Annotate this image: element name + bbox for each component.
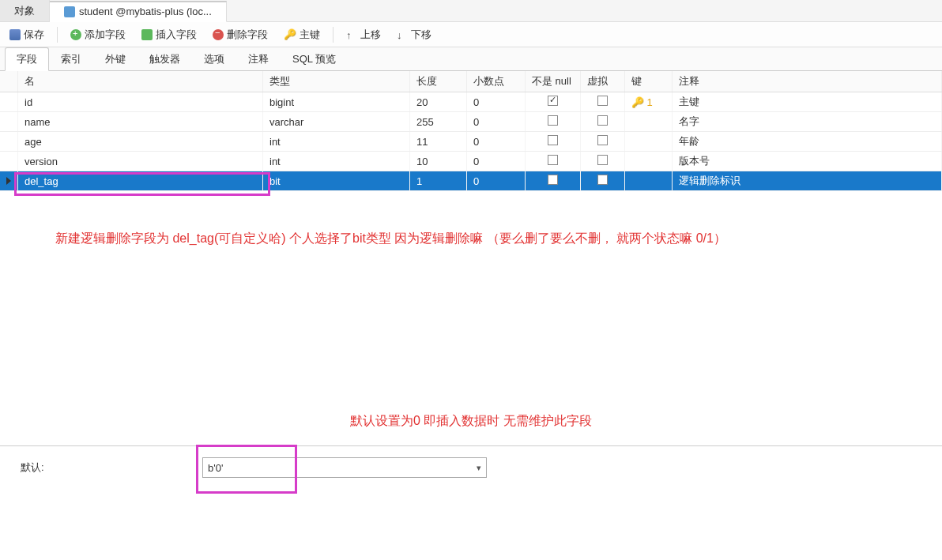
default-value-combobox[interactable]: b'0' ▾ <box>202 457 487 478</box>
delete-icon <box>213 29 224 40</box>
col-header-virtual[interactable]: 虚拟 <box>581 71 625 92</box>
primary-key-label: 主键 <box>300 28 320 42</box>
cell-not-null <box>526 112 581 132</box>
save-icon <box>9 29 21 40</box>
add-field-label: 添加字段 <box>85 28 126 42</box>
separator <box>57 27 58 43</box>
col-header-comment[interactable]: 注释 <box>673 71 942 92</box>
table-row[interactable]: idbigint200🔑 1主键 <box>0 92 942 112</box>
table-row[interactable]: versionint100版本号 <box>0 152 942 171</box>
cell-name[interactable]: version <box>18 152 263 171</box>
col-header-name[interactable]: 名 <box>18 71 263 92</box>
cell-key[interactable] <box>625 132 673 152</box>
table-row[interactable]: ageint110年龄 <box>0 132 942 152</box>
cell-length[interactable]: 20 <box>410 92 467 112</box>
virtual-checkbox[interactable] <box>597 135 608 145</box>
not-null-checkbox[interactable] <box>548 96 558 106</box>
fields-table: 名 类型 长度 小数点 不是 null 虚拟 键 注释 idbigint200🔑… <box>0 71 942 191</box>
toolbar: 保存 添加字段 插入字段 删除字段 🔑 主键 上移 下移 <box>0 22 942 47</box>
cell-comment[interactable]: 主键 <box>673 92 942 112</box>
add-field-button[interactable]: 添加字段 <box>66 25 130 44</box>
cell-length[interactable]: 10 <box>410 152 467 171</box>
move-down-label: 下移 <box>411 28 431 42</box>
virtual-checkbox[interactable] <box>597 96 608 106</box>
cell-type[interactable]: int <box>263 132 410 152</box>
cell-virtual <box>581 132 625 152</box>
cell-type[interactable]: varchar <box>263 112 410 132</box>
virtual-checkbox[interactable] <box>597 115 608 126</box>
col-header-decimal[interactable]: 小数点 <box>467 71 526 92</box>
table-icon <box>64 6 75 17</box>
cell-virtual <box>581 152 625 171</box>
virtual-checkbox[interactable] <box>597 155 608 165</box>
save-button[interactable]: 保存 <box>5 25 49 44</box>
tab-objects[interactable]: 对象 <box>0 0 50 21</box>
cell-decimal[interactable]: 0 <box>467 132 526 152</box>
cell-name[interactable]: name <box>18 112 263 132</box>
cell-virtual <box>581 171 625 191</box>
arrow-up-icon <box>346 29 357 40</box>
table-header-row: 名 类型 长度 小数点 不是 null 虚拟 键 注释 <box>0 71 942 92</box>
not-null-checkbox[interactable] <box>548 175 558 185</box>
tab-sql-preview[interactable]: SQL 预览 <box>281 47 348 70</box>
delete-field-button[interactable]: 删除字段 <box>208 25 273 44</box>
cell-name[interactable]: age <box>18 132 263 152</box>
tab-foreign-keys[interactable]: 外键 <box>93 47 138 70</box>
cell-comment[interactable]: 名字 <box>673 112 942 132</box>
col-header-key[interactable]: 键 <box>625 71 673 92</box>
cell-comment[interactable]: 逻辑删除标识 <box>673 171 942 191</box>
move-down-button[interactable]: 下移 <box>392 25 436 44</box>
cell-name[interactable]: id <box>18 92 263 112</box>
cell-length[interactable]: 255 <box>410 112 467 132</box>
key-icon: 🔑 <box>631 96 644 108</box>
insert-field-button[interactable]: 插入字段 <box>137 25 202 44</box>
cell-decimal[interactable]: 0 <box>467 92 526 112</box>
row-marker <box>0 112 18 132</box>
tab-student-table[interactable]: student @mybatis-plus (loc... <box>50 1 227 22</box>
cell-decimal[interactable]: 0 <box>467 152 526 171</box>
cell-key[interactable] <box>625 112 673 132</box>
table-row[interactable]: del_tagbit10逻辑删除标识 <box>0 171 942 191</box>
cell-decimal[interactable]: 0 <box>467 112 526 132</box>
row-marker <box>0 92 18 112</box>
save-label: 保存 <box>24 28 44 42</box>
col-header-type[interactable]: 类型 <box>263 71 410 92</box>
cell-decimal[interactable]: 0 <box>467 171 526 191</box>
cell-length[interactable]: 1 <box>410 171 467 191</box>
row-marker <box>0 171 18 191</box>
cell-virtual <box>581 92 625 112</box>
tab-comment[interactable]: 注释 <box>236 47 281 70</box>
tab-fields[interactable]: 字段 <box>5 47 49 71</box>
insert-field-label: 插入字段 <box>156 28 197 42</box>
move-up-button[interactable]: 上移 <box>341 25 386 44</box>
cell-name[interactable]: del_tag <box>18 171 263 191</box>
delete-field-label: 删除字段 <box>227 28 268 42</box>
tab-triggers[interactable]: 触发器 <box>138 47 192 70</box>
virtual-checkbox[interactable] <box>597 175 608 185</box>
primary-key-button[interactable]: 🔑 主键 <box>279 25 325 44</box>
annotation-text-1: 新建逻辑删除字段为 del_tag(可自定义哈) 个人选择了bit类型 因为逻辑… <box>55 231 895 247</box>
section-tabs: 字段索引外键触发器选项注释SQL 预览 <box>0 47 942 71</box>
cell-not-null <box>526 132 581 152</box>
tab-label: 对象 <box>14 4 35 18</box>
col-header-length[interactable]: 长度 <box>410 71 467 92</box>
chevron-down-icon: ▾ <box>477 463 481 473</box>
cell-comment[interactable]: 年龄 <box>673 132 942 152</box>
cell-not-null <box>526 92 581 112</box>
table-row[interactable]: namevarchar2550名字 <box>0 112 942 132</box>
cell-key[interactable] <box>625 171 673 191</box>
tab-options[interactable]: 选项 <box>192 47 236 70</box>
not-null-checkbox[interactable] <box>548 115 558 126</box>
col-header-notnull[interactable]: 不是 null <box>526 71 581 92</box>
tab-indexes[interactable]: 索引 <box>49 47 93 70</box>
cell-key[interactable]: 🔑 1 <box>625 92 673 112</box>
cell-length[interactable]: 11 <box>410 132 467 152</box>
cell-type[interactable]: bigint <box>263 92 410 112</box>
tab-label: student @mybatis-plus (loc... <box>79 6 212 17</box>
cell-type[interactable]: int <box>263 152 410 171</box>
cell-type[interactable]: bit <box>263 171 410 191</box>
cell-comment[interactable]: 版本号 <box>673 152 942 171</box>
cell-key[interactable] <box>625 152 673 171</box>
not-null-checkbox[interactable] <box>548 135 558 145</box>
not-null-checkbox[interactable] <box>548 155 558 165</box>
